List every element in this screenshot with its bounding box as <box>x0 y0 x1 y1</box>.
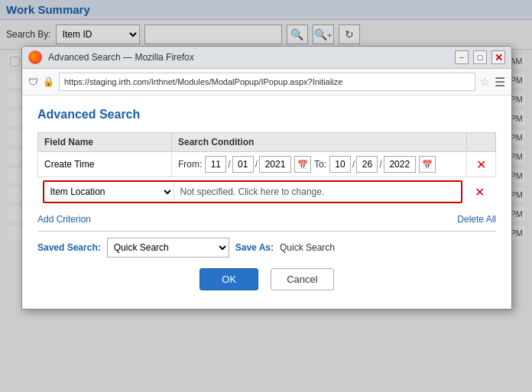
saved-search-label: Saved Search: <box>37 242 101 253</box>
url-input[interactable] <box>59 73 475 91</box>
save-as-value: Quick Search <box>280 242 335 253</box>
to-year-input[interactable] <box>384 156 416 173</box>
modal-content: Advanced Search Field Name Search Condit… <box>22 96 511 309</box>
delete-cell: ✕ <box>467 152 496 177</box>
from-year-input[interactable] <box>259 156 291 173</box>
delete-highlighted-row-button[interactable]: ✕ <box>472 185 488 199</box>
browser-title-text: Advanced Search — Mozilla Firefox <box>48 52 194 63</box>
date-sep: / <box>379 159 381 170</box>
from-day-input[interactable] <box>232 156 254 173</box>
criterion-actions-row: Add Criterion Delete All <box>37 214 496 225</box>
browser-titlebar: Advanced Search — Mozilla Firefox − □ ✕ <box>22 47 511 69</box>
from-label: From: <box>178 159 202 170</box>
highlighted-field-wrapper: Item Location Create Time Work Type Stat… <box>43 180 462 203</box>
cancel-button[interactable]: Cancel <box>271 268 333 290</box>
delete-cell: ✕ <box>467 177 496 207</box>
maximize-button[interactable]: □ <box>473 50 487 64</box>
from-calendar-button[interactable]: 📅 <box>294 156 311 173</box>
field-name-cell: Create Time <box>38 152 172 177</box>
browser-window: Advanced Search — Mozilla Firefox − □ ✕ … <box>21 46 512 309</box>
modal-title: Advanced Search <box>37 108 496 121</box>
actions-header <box>467 133 496 152</box>
saved-search-select[interactable]: Quick Search My Search Default <box>107 238 229 258</box>
modal-divider <box>37 231 496 232</box>
date-sep: / <box>352 159 355 170</box>
window-controls: − □ ✕ <box>455 50 505 64</box>
from-month-input[interactable] <box>205 156 226 173</box>
search-condition-header: Search Condition <box>172 133 467 152</box>
to-label: To: <box>314 159 326 170</box>
field-name-header: Field Name <box>38 133 172 152</box>
to-day-input[interactable] <box>356 156 378 173</box>
modal-buttons: OK Cancel <box>37 268 496 296</box>
search-condition-cell: From: / / 📅 To: <box>172 152 467 177</box>
menu-icon[interactable]: ☰ <box>495 75 505 89</box>
add-criterion-link[interactable]: Add Criterion <box>37 214 91 225</box>
date-sep: / <box>228 159 230 170</box>
close-button[interactable]: ✕ <box>491 50 505 64</box>
not-specified-text[interactable]: Not specified. Click here to change. <box>174 186 461 197</box>
minimize-button[interactable]: − <box>455 50 469 64</box>
to-date: / / <box>329 156 416 173</box>
firefox-icon <box>28 50 42 64</box>
create-time-row: Create Time From: / / 📅 <box>38 152 496 177</box>
save-as-label: Save As: <box>235 242 274 253</box>
bookmark-icon[interactable]: ☆ <box>480 76 490 88</box>
item-location-row: Item Location Create Time Work Type Stat… <box>38 177 496 207</box>
search-criteria-table: Field Name Search Condition Create Time … <box>37 132 496 206</box>
delete-row-button[interactable]: ✕ <box>473 157 489 172</box>
browser-title-section: Advanced Search — Mozilla Firefox <box>28 50 194 64</box>
date-sep: / <box>255 159 258 170</box>
saved-search-row: Saved Search: Quick Search My Search Def… <box>37 238 496 258</box>
lock-icon: 🔒 <box>43 76 54 87</box>
delete-all-link[interactable]: Delete All <box>457 214 496 225</box>
shield-icon: 🛡 <box>28 76 38 88</box>
from-date: / / <box>205 156 291 173</box>
to-calendar-button[interactable]: 📅 <box>419 156 436 173</box>
to-month-input[interactable] <box>329 156 351 173</box>
ok-button[interactable]: OK <box>200 268 258 290</box>
address-bar: 🛡 🔒 ☆ ☰ <box>22 69 511 96</box>
field-name-select[interactable]: Item Location Create Time Work Type Stat… <box>44 182 174 202</box>
